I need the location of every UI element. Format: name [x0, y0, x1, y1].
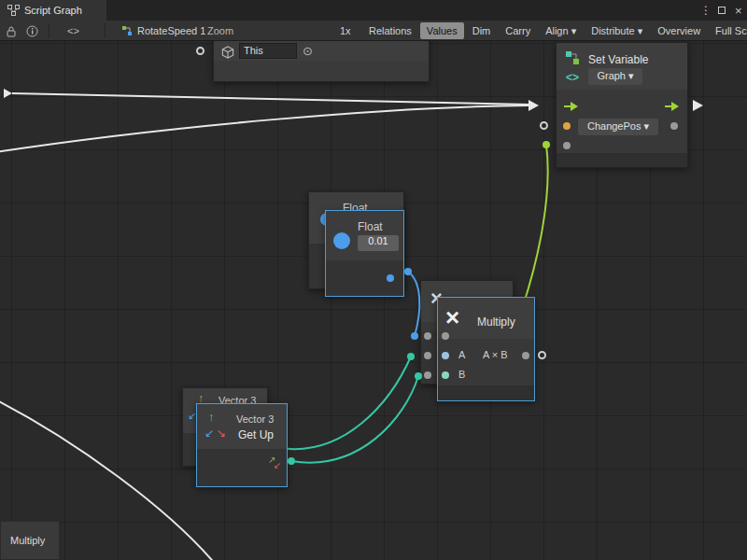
float-value-input[interactable]: 0.01 — [358, 235, 399, 251]
toolbar-separator — [105, 23, 106, 38]
value-port[interactable] — [563, 142, 571, 149]
node-header: Set Variable <> Graph ▾ — [557, 43, 687, 90]
input-b-label: B — [458, 369, 465, 380]
fullscreen-button[interactable]: Full Screen — [709, 22, 747, 39]
target-icon[interactable]: ⊙ — [303, 45, 313, 57]
float-output-port[interactable] — [387, 274, 394, 282]
node-header: ↑ ↙ ↘ Vector 3 Get Up — [197, 404, 287, 451]
float-type-icon — [333, 232, 350, 249]
kebab-menu-icon: ⋮ — [700, 4, 712, 17]
control-wire-upper[interactable] — [0, 105, 529, 152]
wire-end-teal-upper[interactable] — [407, 353, 415, 360]
node-title: Vector 3 — [236, 413, 274, 425]
value-wire-blue[interactable] — [408, 272, 419, 336]
set-variable-flow-out-arrow[interactable] — [693, 100, 703, 111]
flow-in-port[interactable] — [564, 101, 579, 112]
set-variable-flow-in-arrow[interactable] — [529, 100, 539, 111]
set-variable-unconnected-port[interactable] — [540, 121, 548, 130]
toolbar-separator — [49, 23, 49, 38]
lock-button[interactable] — [6, 21, 17, 41]
overview-button[interactable]: Overview — [651, 22, 707, 39]
multiply-input-b-port[interactable] — [442, 371, 449, 379]
multiply-back-port[interactable] — [424, 332, 431, 340]
chevron-down-icon: ▾ — [628, 70, 634, 81]
dim-button[interactable]: Dim — [466, 22, 498, 39]
up-arrow-icon: ↑ — [208, 411, 215, 423]
down-left-arrow-icon: ↙ — [188, 411, 196, 421]
graph-kind-dropdown[interactable]: Graph ▾ — [588, 68, 642, 85]
macro-icon — [121, 25, 133, 36]
zoom-label: Zoom — [207, 21, 233, 41]
flow-out-port[interactable] — [665, 101, 680, 112]
offscreen-flow-out-arrow[interactable] — [4, 89, 12, 98]
node-body — [214, 61, 429, 81]
control-wire-lower[interactable] — [12, 93, 529, 105]
window-close-button[interactable]: × — [735, 0, 742, 21]
down-right-arrow-icon: ↘ — [217, 427, 226, 439]
float-back-output-port[interactable] — [404, 268, 412, 275]
wire-end-teal-lower[interactable] — [415, 372, 422, 380]
zoom-value: 1x — [340, 21, 351, 41]
node-title: Multiply — [477, 315, 515, 329]
info-icon — [26, 25, 38, 37]
multiply-x-icon: × — [445, 303, 459, 332]
this-label: This — [244, 45, 263, 56]
multiply-node[interactable]: × Multiply A A × B B — [437, 297, 535, 401]
wire-end-blue[interactable] — [411, 332, 418, 340]
node-title: Float — [358, 220, 383, 233]
align-dropdown-button[interactable]: Align ▾ — [539, 22, 583, 40]
tab-script-graph[interactable]: Script Graph — [0, 0, 106, 21]
graph-breadcrumb[interactable]: RotateSpeed 1 — [121, 21, 205, 41]
float-value: 0.01 — [368, 235, 388, 246]
node-title: Set Variable — [588, 53, 648, 66]
this-input-port[interactable] — [196, 47, 204, 55]
variable-port[interactable] — [563, 122, 571, 130]
get-up-node[interactable]: ↑ ↙ ↘ Vector 3 Get Up ↗ ↙ — [196, 403, 288, 487]
graph-name: RotateSpeed 1 — [137, 25, 205, 36]
set-variable-value-in-port[interactable] — [543, 141, 550, 148]
variable-out-port[interactable] — [670, 122, 678, 130]
carry-button[interactable]: Carry — [499, 22, 537, 39]
node-footer — [557, 153, 687, 167]
set-variable-node[interactable]: Set Variable <> Graph ▾ ChangePos ▾ — [556, 42, 688, 168]
chevron-down-icon: ▾ — [644, 120, 650, 132]
get-up-output-port[interactable] — [288, 457, 295, 465]
status-tooltip: Multiply — [0, 521, 60, 560]
graph-toolbar: <> RotateSpeed 1 Zoom 1x Relations Value… — [0, 21, 747, 41]
window-menu-button[interactable]: ⋮ — [700, 0, 712, 21]
code-icon: <> — [67, 25, 79, 36]
code-view-toggle[interactable]: <> — [67, 21, 79, 41]
relations-button[interactable]: Relations — [362, 22, 418, 39]
node-header: Float 0.01 — [326, 211, 403, 262]
variable-name-dropdown[interactable]: ChangePos ▾ — [578, 119, 658, 135]
values-button[interactable]: Values — [420, 22, 464, 39]
multiply-input-a-port[interactable] — [442, 352, 449, 359]
info-button[interactable] — [26, 21, 38, 41]
down-left-arrow-icon: ↙ — [204, 427, 214, 439]
value-wire-teal-1[interactable] — [291, 376, 418, 463]
node-footer — [438, 385, 534, 400]
input-a-label: A — [458, 349, 465, 360]
multiply-back-port[interactable] — [424, 371, 431, 379]
this-node[interactable]: This ⊙ — [213, 41, 430, 82]
multiply-output-port[interactable] — [538, 351, 546, 359]
restore-icon — [718, 7, 726, 14]
variable-name-label: ChangePos — [587, 120, 641, 132]
window-restore-button[interactable] — [718, 0, 726, 21]
multiply-extra-port[interactable] — [442, 332, 449, 340]
tab-title: Script Graph — [24, 5, 82, 16]
multiply-result-port[interactable] — [522, 352, 529, 359]
cube-icon — [221, 46, 234, 59]
distribute-dropdown-button[interactable]: Distribute ▾ — [585, 22, 649, 40]
graph-tab-icon — [7, 5, 20, 16]
float-node[interactable]: Float 0.01 — [325, 210, 404, 297]
multiply-back-port[interactable] — [424, 352, 431, 359]
this-object-field[interactable]: This — [239, 43, 297, 59]
graph-canvas[interactable]: Float × ↑ ↙ Vector 3 — [0, 41, 747, 560]
value-wire-green[interactable] — [523, 145, 548, 306]
node-header: This ⊙ — [214, 41, 429, 63]
value-wire-teal-2[interactable] — [280, 357, 411, 449]
node-header: × Multiply — [438, 298, 534, 339]
unity-script-graph-window: Script Graph ⋮ × <> — [0, 0, 747, 560]
result-label: A × B — [483, 349, 508, 360]
